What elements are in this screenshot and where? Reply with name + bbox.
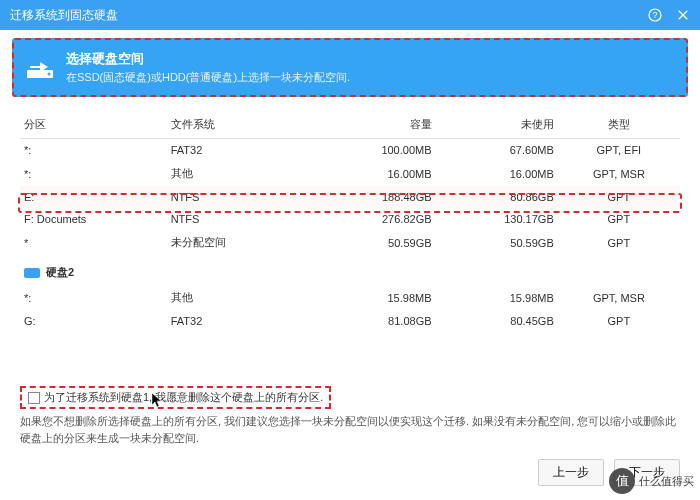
cell-partition: * <box>20 230 167 255</box>
cell-unused: 16.00MB <box>436 161 558 186</box>
delete-partitions-checkbox-row[interactable]: 为了迁移系统到硬盘1, 我愿意删除这个硬盘上的所有分区. <box>20 386 331 409</box>
step-banner: 选择硬盘空间 在SSD(固态硬盘)或HDD(普通硬盘)上选择一块未分配空间. <box>12 38 688 97</box>
cell-type: GPT, MSR <box>558 285 680 310</box>
table-row[interactable]: *:其他16.00MB16.00MBGPT, MSR <box>20 161 680 186</box>
cell-partition: E: <box>20 186 167 208</box>
cell-fs: NTFS <box>167 208 314 230</box>
cell-fs: 其他 <box>167 161 314 186</box>
cell-capacity: 81.08GB <box>313 310 435 332</box>
cell-partition: *: <box>20 285 167 310</box>
svg-point-3 <box>48 72 51 75</box>
partition-table: 分区 文件系统 容量 未使用 类型 *:FAT32100.00MB67.60MB… <box>20 111 680 332</box>
th-partition: 分区 <box>20 111 167 139</box>
cell-unused: 67.60MB <box>436 139 558 162</box>
th-type: 类型 <box>558 111 680 139</box>
watermark-text: 什么值得买 <box>639 474 694 489</box>
th-unused: 未使用 <box>436 111 558 139</box>
banner-subtitle: 在SSD(固态硬盘)或HDD(普通硬盘)上选择一块未分配空间. <box>66 70 350 85</box>
cell-type: GPT <box>558 208 680 230</box>
cell-partition: F: Documets <box>20 208 167 230</box>
table-row[interactable]: G:FAT3281.08GB80.45GBGPT <box>20 310 680 332</box>
cell-fs: 未分配空间 <box>167 230 314 255</box>
checkbox-icon[interactable] <box>28 392 40 404</box>
table-row[interactable]: E:NTFS188.48GB80.86GBGPT <box>20 186 680 208</box>
cell-unused: 15.98MB <box>436 285 558 310</box>
cell-fs: FAT32 <box>167 139 314 162</box>
cell-capacity: 188.48GB <box>313 186 435 208</box>
watermark-icon: 值 <box>609 468 635 494</box>
cell-fs: 其他 <box>167 285 314 310</box>
cell-unused: 80.45GB <box>436 310 558 332</box>
disk-header-row[interactable]: 硬盘2 <box>20 255 680 285</box>
cell-fs: NTFS <box>167 186 314 208</box>
cursor-icon <box>152 393 164 412</box>
cell-type: GPT <box>558 310 680 332</box>
checkbox-label: 为了迁移系统到硬盘1, 我愿意删除这个硬盘上的所有分区. <box>44 390 323 405</box>
svg-text:?: ? <box>652 10 657 20</box>
cell-fs: FAT32 <box>167 310 314 332</box>
cell-unused: 130.17GB <box>436 208 558 230</box>
cell-partition: G: <box>20 310 167 332</box>
cell-unused: 50.59GB <box>436 230 558 255</box>
cell-type: GPT <box>558 186 680 208</box>
cell-type: GPT <box>558 230 680 255</box>
cell-partition: *: <box>20 139 167 162</box>
cell-capacity: 15.98MB <box>313 285 435 310</box>
cell-partition: *: <box>20 161 167 186</box>
th-capacity: 容量 <box>313 111 435 139</box>
footer-note: 如果您不想删除所选择硬盘上的所有分区, 我们建议您选择一块未分配空间以便实现这个… <box>20 413 680 446</box>
table-row[interactable]: F: DocumetsNTFS276.82GB130.17GBGPT <box>20 208 680 230</box>
cell-capacity: 276.82GB <box>313 208 435 230</box>
cell-type: GPT, EFI <box>558 139 680 162</box>
window-title: 迁移系统到固态硬盘 <box>10 7 118 24</box>
disk-icon <box>24 268 40 278</box>
cell-unused: 80.86GB <box>436 186 558 208</box>
table-row[interactable]: *未分配空间50.59GB50.59GBGPT <box>20 230 680 255</box>
close-icon[interactable] <box>676 8 690 22</box>
prev-button[interactable]: 上一步 <box>538 459 604 486</box>
cell-capacity: 100.00MB <box>313 139 435 162</box>
cell-type: GPT, MSR <box>558 161 680 186</box>
help-icon[interactable]: ? <box>648 8 662 22</box>
banner-title: 选择硬盘空间 <box>66 50 350 68</box>
disk-label: 硬盘2 <box>46 266 74 278</box>
th-fs: 文件系统 <box>167 111 314 139</box>
table-row[interactable]: *:其他15.98MB15.98MBGPT, MSR <box>20 285 680 310</box>
cell-capacity: 16.00MB <box>313 161 435 186</box>
cell-capacity: 50.59GB <box>313 230 435 255</box>
titlebar: 迁移系统到固态硬盘 ? <box>0 0 700 30</box>
table-row[interactable]: *:FAT32100.00MB67.60MBGPT, EFI <box>20 139 680 162</box>
drive-arrow-icon <box>26 56 54 80</box>
watermark: 值 什么值得买 <box>609 468 694 494</box>
